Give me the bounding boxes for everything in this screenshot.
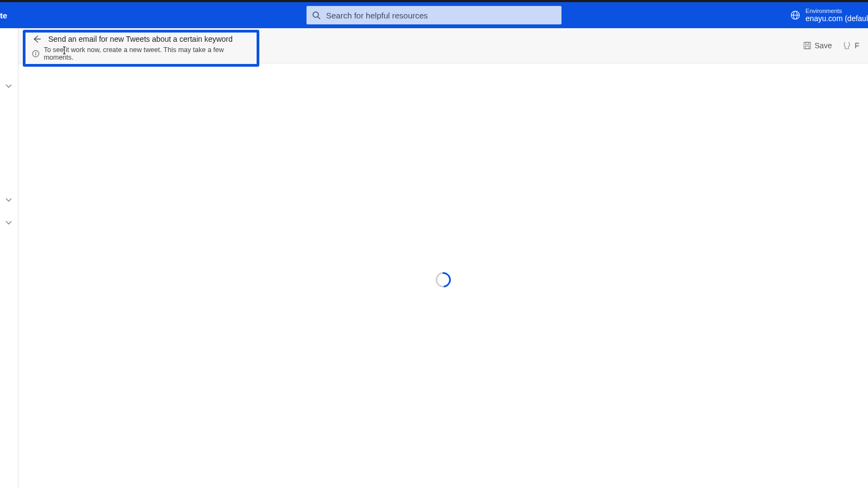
flow-checker-partial: F [854,41,859,50]
globe-icon [790,10,800,20]
chevron-down-icon[interactable] [4,218,13,227]
environment-label: Environments [806,8,868,15]
save-icon [803,41,812,50]
svg-point-10 [35,52,36,53]
svg-line-1 [318,17,320,19]
app-header: te Environments enayu.com (defaul [0,2,868,28]
flow-title-highlight: Send an email for new Tweets about a cer… [23,30,259,67]
svg-rect-7 [805,46,809,49]
info-icon [32,50,40,57]
svg-point-0 [313,12,318,17]
flow-checker-icon [843,41,851,50]
search-icon [312,11,321,20]
save-label: Save [815,41,832,50]
global-search[interactable] [307,6,561,24]
toolbar-actions: Save F [803,41,859,50]
flow-canvas [18,63,868,488]
environment-text: Environments enayu.com (defaul [806,8,868,23]
header-brand-partial: te [0,11,7,20]
chevron-down-icon[interactable] [4,195,13,204]
environment-switcher[interactable]: Environments enayu.com (defaul [780,2,868,28]
save-button[interactable]: Save [803,41,832,50]
environment-name: enayu.com (defaul [806,14,868,23]
svg-rect-5 [804,42,810,49]
search-input[interactable] [326,11,556,20]
chevron-down-icon[interactable] [4,81,13,90]
svg-rect-6 [806,42,809,44]
back-arrow-icon[interactable] [32,34,42,44]
flow-checker-button[interactable]: F [843,41,859,50]
left-collapsed-panel [0,28,18,488]
loading-spinner-icon [432,269,454,290]
flow-title[interactable]: Send an email for new Tweets about a cer… [48,35,233,43]
text-cursor-icon [64,47,65,54]
flow-info-text: To see it work now, create a new tweet. … [44,46,250,61]
